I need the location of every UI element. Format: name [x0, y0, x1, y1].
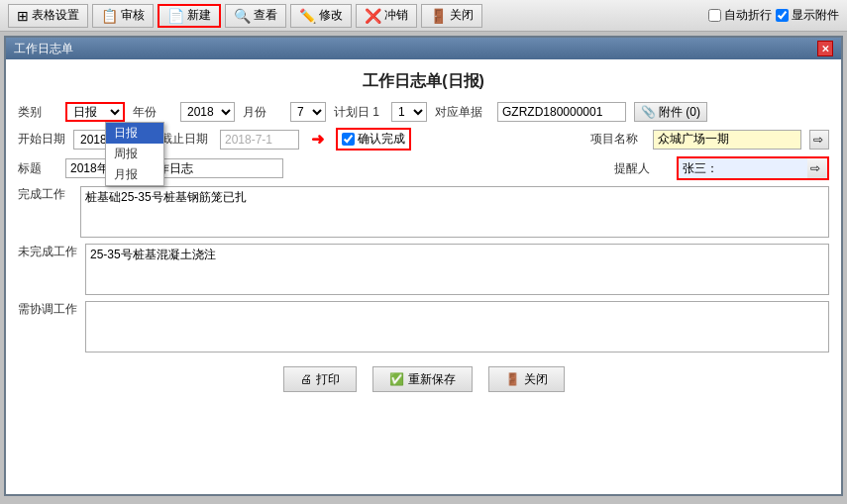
- show-attachment-label: 显示附件: [792, 7, 839, 24]
- incomplete-work-row: 未完成工作 25-35号桩基混凝土浇注: [18, 244, 829, 295]
- reminder-link-button[interactable]: ⇨: [807, 158, 827, 178]
- title-input[interactable]: [65, 158, 283, 178]
- confirm-complete-wrap: 确认完成: [336, 128, 411, 151]
- cancel-button[interactable]: ❌ 冲销: [356, 4, 417, 28]
- dropdown-daily[interactable]: 日报: [106, 123, 163, 144]
- order-input[interactable]: [497, 102, 626, 122]
- completed-work-row: 完成工作 桩基础25-35号桩基钢筋笼已扎: [18, 186, 829, 238]
- type-select[interactable]: 日报 周报 月报: [65, 102, 125, 122]
- start-date-label: 开始日期: [18, 131, 65, 148]
- month-select[interactable]: 7: [290, 102, 326, 122]
- auto-line-break-checkbox-wrap[interactable]: 自动折行: [708, 7, 772, 24]
- table-settings-button[interactable]: ⊞ 表格设置: [8, 4, 88, 28]
- audit-button[interactable]: 📋 审核: [92, 4, 154, 28]
- print-label: 打印: [316, 371, 340, 388]
- audit-label: 审核: [121, 7, 145, 24]
- end-date-input[interactable]: [220, 130, 299, 150]
- project-name-input[interactable]: [653, 130, 801, 150]
- type-dropdown-container: 日报 周报 月报 日报 周报 月报: [65, 102, 125, 122]
- footer-close-button[interactable]: 🚪 关闭: [488, 366, 565, 392]
- incomplete-work-textarea[interactable]: 25-35号桩基混凝土浇注: [85, 244, 829, 295]
- close-toolbar-button[interactable]: 🚪 关闭: [421, 4, 482, 28]
- table-settings-label: 表格设置: [32, 7, 79, 24]
- audit-icon: 📋: [101, 8, 118, 24]
- view-button[interactable]: 🔍 查看: [225, 4, 286, 28]
- dropdown-weekly[interactable]: 周报: [106, 144, 163, 164]
- show-attachment-checkbox-wrap[interactable]: 显示附件: [776, 7, 839, 24]
- window-close-button[interactable]: ✕: [817, 41, 833, 56]
- save-icon: ✅: [389, 372, 404, 386]
- attachment-button[interactable]: 📎 附件 (0): [634, 102, 707, 122]
- confirm-complete-label: 确认完成: [358, 131, 405, 148]
- project-link-icon: ⇨: [813, 133, 823, 147]
- view-label: 查看: [254, 7, 277, 24]
- year-label: 年份: [133, 104, 172, 121]
- table-settings-icon: ⊞: [17, 8, 29, 24]
- month-label: 月份: [243, 104, 282, 121]
- confirm-complete-checkbox[interactable]: [342, 133, 355, 146]
- completed-work-label: 完成工作: [18, 186, 72, 203]
- attachment-label: 附件 (0): [659, 104, 700, 121]
- new-label: 新建: [187, 7, 211, 24]
- footer-row: 🖨 打印 ✅ 重新保存 🚪 关闭: [18, 358, 829, 396]
- auto-line-break-checkbox[interactable]: [708, 9, 721, 22]
- close-toolbar-icon: 🚪: [430, 8, 447, 24]
- reminder-label: 提醒人: [614, 160, 669, 177]
- dropdown-monthly[interactable]: 月报: [106, 164, 163, 185]
- print-icon: 🖨: [300, 372, 312, 386]
- view-icon: 🔍: [234, 8, 251, 24]
- reminder-wrap: ⇨: [677, 156, 829, 180]
- form-title: 工作日志单(日报): [18, 67, 829, 96]
- save-button[interactable]: ✅ 重新保存: [372, 366, 473, 392]
- plan-date-label: 计划日 1: [334, 104, 383, 121]
- window-content: 工作日志单(日报) 类别 日报 周报 月报 日报 周报 月报 年份 2018: [6, 59, 841, 494]
- title-field-label: 标题: [18, 160, 57, 177]
- year-select[interactable]: 2018: [180, 102, 235, 122]
- save-label: 重新保存: [408, 371, 456, 388]
- plan-date-select[interactable]: 1: [391, 102, 427, 122]
- show-attachment-checkbox[interactable]: [776, 9, 789, 22]
- cancel-label: 冲销: [384, 7, 408, 24]
- window-title: 工作日志单: [14, 41, 73, 57]
- coordination-work-row: 需协调工作: [18, 301, 829, 353]
- reminder-input[interactable]: [679, 158, 807, 178]
- edit-label: 修改: [319, 7, 343, 24]
- attachment-icon: 📎: [641, 105, 656, 119]
- main-window: 工作日志单 ✕ 工作日志单(日报) 类别 日报 周报 月报 日报 周报 月报: [4, 36, 843, 496]
- toolbar: ⊞ 表格设置 📋 审核 📄 新建 🔍 查看 ✏️ 修改 ❌ 冲销 🚪 关闭 自动…: [0, 0, 847, 32]
- edit-icon: ✏️: [299, 8, 316, 24]
- coordination-work-label: 需协调工作: [18, 301, 77, 318]
- coordination-work-textarea[interactable]: [85, 301, 829, 353]
- auto-line-break-label: 自动折行: [724, 7, 772, 24]
- reminder-link-icon: ⇨: [810, 161, 820, 175]
- type-dropdown-overlay: 日报 周报 月报: [105, 122, 164, 186]
- arrow-right-icon: ➜: [311, 130, 324, 149]
- end-date-label: 截止日期: [160, 131, 212, 148]
- window-titlebar: 工作日志单 ✕: [6, 38, 841, 59]
- project-name-label: 项目名称: [590, 131, 645, 148]
- form-row-1: 类别 日报 周报 月报 日报 周报 月报 年份 2018 月份: [18, 102, 829, 122]
- footer-close-icon: 🚪: [505, 372, 520, 386]
- order-label: 对应单据: [435, 104, 489, 121]
- new-icon: 📄: [167, 8, 184, 24]
- new-button[interactable]: 📄 新建: [158, 4, 221, 28]
- close-toolbar-label: 关闭: [450, 7, 474, 24]
- cancel-icon: ❌: [365, 8, 381, 24]
- incomplete-work-label: 未完成工作: [18, 244, 77, 260]
- completed-work-textarea[interactable]: 桩基础25-35号桩基钢筋笼已扎: [80, 186, 829, 238]
- type-label: 类别: [18, 104, 57, 121]
- footer-close-label: 关闭: [524, 371, 548, 388]
- project-link-button[interactable]: ⇨: [809, 130, 829, 150]
- print-button[interactable]: 🖨 打印: [283, 366, 357, 392]
- edit-button[interactable]: ✏️ 修改: [290, 4, 352, 28]
